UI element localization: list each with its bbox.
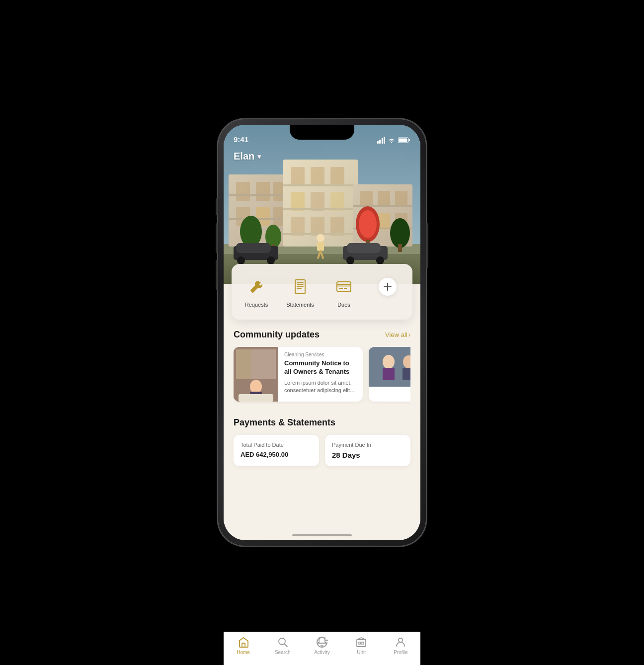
quick-actions: Requests Statements — [232, 264, 412, 320]
svg-point-48 — [237, 256, 245, 264]
svg-rect-55 — [317, 242, 324, 251]
svg-rect-65 — [339, 288, 343, 289]
community-updates-section: Community updates View all › — [224, 320, 420, 410]
view-all-button[interactable]: View all › — [385, 331, 410, 338]
statements-icon-wrap — [289, 276, 311, 298]
svg-rect-20 — [311, 192, 324, 211]
main-content: Community updates View all › — [224, 320, 420, 524]
svg-rect-51 — [347, 243, 381, 253]
payment-due-card[interactable]: Payment Due In 28 Days — [325, 435, 410, 466]
payment-due-label: Payment Due In — [332, 442, 403, 448]
svg-rect-26 — [283, 208, 358, 210]
svg-point-77 — [383, 355, 395, 369]
statements-icon — [291, 278, 309, 296]
app-title: Elan — [234, 151, 254, 162]
svg-rect-72 — [236, 349, 251, 379]
update-category: Cleaning Services — [284, 352, 357, 357]
svg-rect-21 — [330, 192, 344, 211]
svg-point-54 — [317, 234, 324, 242]
svg-rect-1 — [399, 139, 407, 142]
status-icons — [377, 137, 411, 144]
app-header: Elan ▾ — [224, 147, 420, 166]
svg-rect-24 — [330, 217, 344, 236]
svg-rect-8 — [256, 182, 270, 201]
payments-title: Payments & Statements — [234, 417, 410, 428]
updates-scroll[interactable]: Cleaning Services Community Notice to al… — [234, 347, 410, 404]
total-paid-label: Total Paid to Date — [241, 442, 312, 448]
hero-section: Elan ▾ — [224, 125, 420, 284]
signal-icon — [377, 137, 386, 144]
svg-point-52 — [346, 256, 354, 264]
svg-rect-47 — [236, 243, 271, 253]
svg-rect-80 — [402, 368, 410, 380]
phone-container: 9:41 — [218, 119, 426, 546]
mute-button[interactable] — [216, 198, 218, 215]
svg-rect-7 — [236, 182, 250, 201]
update-title: Community Notice to all Owners & Tenants — [284, 359, 357, 376]
svg-rect-43 — [398, 244, 402, 252]
svg-rect-78 — [383, 368, 395, 380]
action-statements[interactable]: Statements — [279, 272, 321, 312]
wrench-icon — [247, 278, 265, 296]
action-dues[interactable]: Dues — [323, 272, 365, 312]
dues-icon — [335, 278, 353, 296]
svg-point-53 — [376, 256, 384, 264]
action-requests[interactable]: Requests — [236, 272, 277, 312]
dues-icon-wrap — [333, 276, 355, 298]
update-description: Lorem ipsum dolor sit amet, consectetuer… — [284, 379, 357, 395]
community-updates-header: Community updates View all › — [234, 330, 410, 340]
action-more[interactable] — [367, 272, 408, 312]
svg-rect-17 — [311, 167, 324, 186]
more-icon-wrap — [377, 276, 399, 298]
svg-rect-33 — [378, 213, 390, 230]
payments-section: Payments & Statements Total Paid to Date… — [224, 410, 420, 474]
svg-point-40 — [359, 210, 377, 238]
svg-rect-23 — [311, 217, 324, 236]
notch — [290, 125, 354, 140]
svg-rect-18 — [330, 167, 344, 186]
battery-icon — [398, 137, 410, 143]
svg-point-37 — [240, 216, 262, 248]
community-updates-title: Community updates — [234, 330, 320, 340]
statements-label: Statements — [286, 302, 314, 308]
requests-label: Requests — [245, 302, 268, 308]
plus-icon — [379, 278, 397, 296]
update-card-2-image — [369, 347, 410, 387]
svg-rect-2 — [409, 139, 410, 141]
total-paid-card[interactable]: Total Paid to Date AED 642,950.00 — [234, 435, 319, 466]
svg-rect-75 — [239, 394, 273, 402]
svg-rect-35 — [353, 205, 412, 207]
update-card-2[interactable] — [369, 347, 410, 402]
status-time: 9:41 — [234, 135, 248, 144]
total-paid-value: AED 642,950.00 — [241, 451, 312, 458]
power-button[interactable] — [426, 223, 428, 268]
payments-grid: Total Paid to Date AED 642,950.00 Paymen… — [234, 435, 410, 466]
phone-screen: 9:41 — [224, 125, 420, 540]
svg-rect-22 — [291, 217, 305, 236]
svg-rect-25 — [283, 184, 358, 186]
chevron-down-icon: ▾ — [257, 153, 261, 161]
home-indicator — [292, 534, 352, 536]
update-card-1-body: Cleaning Services Community Notice to al… — [278, 347, 363, 402]
wifi-icon — [388, 137, 396, 143]
svg-rect-16 — [291, 167, 305, 186]
svg-rect-31 — [395, 191, 407, 207]
requests-icon-wrap — [245, 276, 267, 298]
dues-label: Dues — [337, 302, 350, 308]
update-card-1-image — [234, 347, 278, 402]
screen-content[interactable]: Elan ▾ Requests — [224, 125, 420, 540]
svg-rect-30 — [378, 191, 390, 207]
update-card-1[interactable]: Cleaning Services Community Notice to al… — [234, 347, 363, 402]
payment-due-value: 28 Days — [332, 451, 403, 459]
app-title-container[interactable]: Elan ▾ — [234, 151, 410, 162]
svg-rect-29 — [360, 191, 373, 207]
volume-down-button[interactable] — [216, 260, 218, 290]
volume-up-button[interactable] — [216, 223, 218, 253]
svg-rect-66 — [344, 288, 347, 289]
svg-rect-19 — [291, 192, 305, 211]
svg-point-42 — [390, 218, 410, 248]
svg-point-49 — [267, 256, 275, 264]
svg-point-73 — [250, 380, 262, 394]
